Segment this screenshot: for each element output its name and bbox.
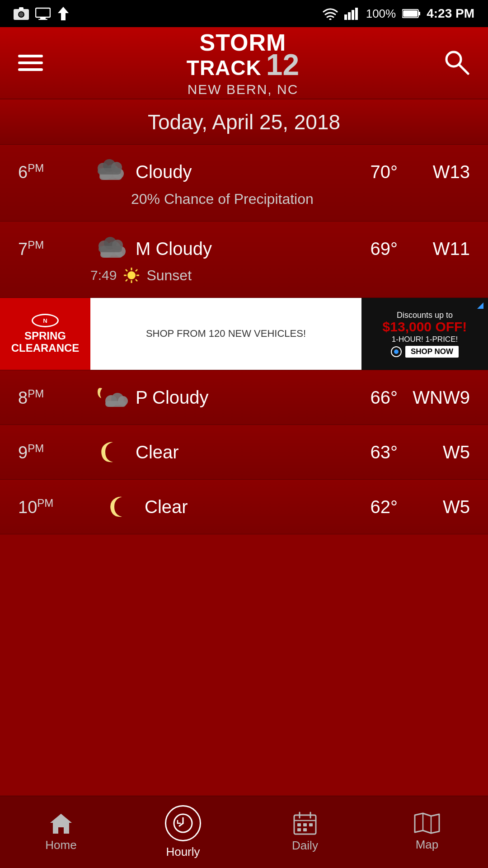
svg-rect-1 [19, 7, 23, 10]
svg-marker-7 [58, 7, 69, 20]
svg-rect-58 [303, 823, 307, 826]
wind-label: W13 [398, 162, 470, 182]
clock-icon [173, 813, 193, 833]
svg-rect-5 [40, 17, 46, 19]
time-label: 6PM [18, 162, 90, 182]
condition-label: P Cloudy [131, 387, 334, 408]
status-bar-right: 100% 4:23 PM [323, 6, 474, 21]
weather-row: 7PM M Cloudy 69° W11 7:49 [0, 222, 488, 298]
battery-icon [402, 9, 420, 19]
nav-label-map: Map [416, 838, 439, 852]
condition-label: M Cloudy [131, 239, 334, 259]
weather-icon-night-cloudy [90, 384, 131, 411]
sunset-icon [123, 267, 140, 284]
svg-marker-62 [415, 813, 439, 833]
svg-point-3 [19, 12, 23, 17]
svg-rect-10 [348, 12, 351, 20]
svg-rect-33 [99, 246, 122, 252]
temp-label: 62° [334, 497, 398, 517]
condition-label: Clear [131, 442, 334, 462]
advertisement-banner[interactable]: N SPRING CLEARANCE SHOP FROM 120 NEW VEH… [0, 298, 488, 370]
svg-point-34 [127, 271, 136, 279]
time-display: 4:23 PM [427, 6, 474, 21]
svg-rect-21 [99, 174, 122, 180]
svg-line-42 [126, 279, 127, 281]
svg-point-44 [394, 349, 399, 354]
nav-item-map[interactable]: Map [366, 796, 488, 868]
ad-offer: Discounts up to $13,000 OFF! 1-HOUR! 1-P… [361, 298, 488, 370]
photo-icon [14, 7, 29, 20]
nav-label-daily: Daily [292, 839, 318, 853]
weather-icon-clear-night [99, 493, 140, 520]
wind-label: WNW9 [398, 387, 470, 408]
svg-point-8 [329, 19, 331, 20]
wind-label: W5 [398, 442, 470, 462]
sunset-info: 7:49 Sunset [18, 267, 470, 284]
svg-line-17 [459, 65, 468, 74]
svg-rect-25 [98, 168, 121, 175]
condition-label: Clear [140, 497, 334, 517]
svg-rect-61 [303, 828, 307, 831]
location-label: NEW BERN, NC [188, 82, 299, 97]
svg-line-39 [126, 269, 127, 271]
svg-marker-49 [50, 814, 72, 834]
time-label: 7PM [18, 239, 90, 259]
svg-rect-59 [309, 823, 313, 826]
svg-line-41 [136, 269, 137, 271]
nav-item-daily[interactable]: Daily [244, 796, 366, 868]
svg-rect-9 [344, 14, 347, 20]
weather-row: 10PM Clear 62° W5 [0, 480, 488, 534]
temp-label: 66° [334, 387, 398, 408]
status-bar: 100% 4:23 PM [0, 0, 488, 27]
svg-rect-60 [297, 828, 301, 831]
nav-item-home[interactable]: Home [0, 796, 122, 868]
map-icon [414, 812, 440, 834]
temp-label: 63° [334, 442, 398, 462]
hourly-active-ring [165, 805, 201, 841]
battery-percent: 100% [366, 7, 396, 21]
weather-icon-mostly-cloudy [90, 235, 131, 262]
nav-label-hourly: Hourly [166, 845, 200, 859]
nav-item-hourly[interactable]: Hourly [122, 796, 244, 868]
weather-icon-clear-night [90, 439, 131, 466]
top-nav: STORM TRACK 12 NEW BERN, NC [0, 27, 488, 99]
svg-rect-11 [352, 10, 354, 20]
search-button[interactable] [443, 48, 470, 77]
svg-rect-6 [38, 19, 47, 20]
svg-rect-12 [355, 8, 358, 20]
nav-label-home: Home [45, 838, 76, 852]
home-icon [49, 812, 73, 835]
bottom-navigation: Home Hourly Daily [0, 796, 488, 868]
temp-label: 69° [334, 239, 398, 259]
ad-details: SHOP FROM 120 NEW VEHICLES! [90, 298, 361, 370]
time-label: 8PM [18, 387, 90, 408]
weather-row: 9PM Clear 63° W5 [0, 425, 488, 480]
status-bar-left [14, 6, 70, 21]
svg-rect-48 [105, 401, 126, 407]
app-logo: STORM TRACK 12 NEW BERN, NC [187, 29, 299, 97]
svg-rect-14 [418, 12, 420, 15]
svg-rect-4 [36, 8, 50, 17]
wind-label: W5 [398, 497, 470, 517]
wind-label: W11 [398, 239, 470, 259]
svg-rect-57 [297, 823, 301, 826]
wifi-icon [323, 7, 338, 20]
weather-row: 8PM P Cloudy 66° WNW9 [0, 370, 488, 425]
precipitation-label: 20% Chance of Precipitation [18, 191, 470, 208]
condition-label: Cloudy [131, 162, 334, 182]
date-header: Today, April 25, 2018 [0, 99, 488, 145]
ad-brand: N SPRING CLEARANCE [0, 298, 90, 370]
time-label: 10PM [18, 497, 99, 517]
menu-button[interactable] [18, 55, 43, 71]
date-text: Today, April 25, 2018 [148, 110, 340, 134]
time-label: 9PM [18, 442, 90, 462]
signal-icon [344, 7, 360, 20]
screen-icon [35, 7, 51, 20]
weather-icon-cloudy [90, 158, 131, 185]
svg-line-40 [136, 279, 137, 281]
svg-rect-15 [403, 10, 418, 17]
calendar-icon [293, 811, 317, 835]
ad-disclosure-triangle [477, 302, 483, 309]
weather-row: 6PM Cloudy 70° W13 20% Chance of Precipi… [0, 145, 488, 222]
temp-label: 70° [334, 162, 398, 182]
